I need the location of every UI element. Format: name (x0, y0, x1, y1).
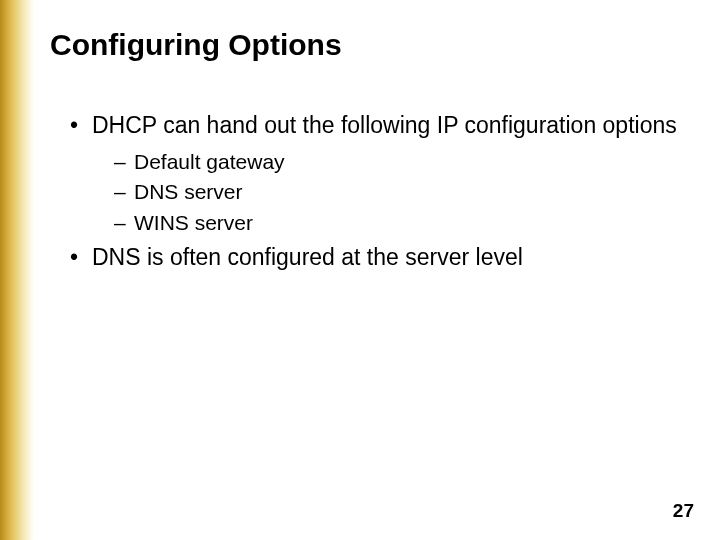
sub-bullet-text: WINS server (134, 211, 253, 234)
bullet-item: DHCP can hand out the following IP confi… (70, 110, 690, 238)
sub-bullet-item: WINS server (114, 208, 690, 238)
slide-content: Configuring Options DHCP can hand out th… (50, 28, 690, 520)
sub-bullet-list: Default gateway DNS server WINS server (92, 147, 690, 238)
slide-title: Configuring Options (50, 28, 690, 62)
sub-bullet-text: DNS server (134, 180, 243, 203)
bullet-list: DHCP can hand out the following IP confi… (50, 110, 690, 273)
sub-bullet-item: Default gateway (114, 147, 690, 177)
sub-bullet-item: DNS server (114, 177, 690, 207)
bullet-item: DNS is often configured at the server le… (70, 242, 690, 273)
side-accent-bar (0, 0, 34, 540)
bullet-text: DNS is often configured at the server le… (92, 244, 523, 270)
sub-bullet-text: Default gateway (134, 150, 285, 173)
bullet-text: DHCP can hand out the following IP confi… (92, 112, 677, 138)
page-number: 27 (673, 500, 694, 522)
